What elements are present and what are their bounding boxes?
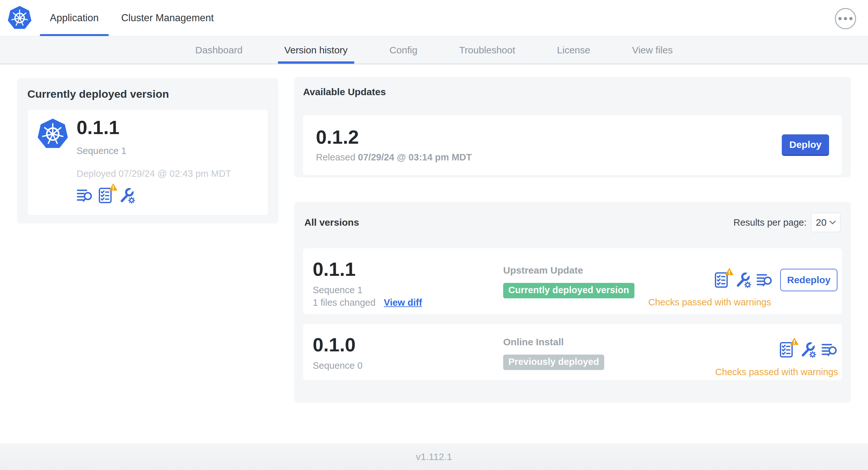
kubernetes-app-icon [37, 118, 69, 150]
deployment-status-badge: Previously deployed [503, 355, 604, 370]
currently-deployed-card: Currently deployed version 0.1.1 Sequenc… [17, 78, 279, 224]
version-source-label: Online Install [503, 337, 604, 347]
tab-application-label: Application [50, 12, 99, 24]
chevron-down-icon [829, 221, 836, 225]
tab-cluster-management-label: Cluster Management [121, 12, 214, 24]
tab-view-files[interactable]: View files [626, 36, 679, 64]
version-row: 0.1.1 Sequence 1 1 files changedView dif… [303, 248, 842, 314]
available-update-row: 0.1.2 Released 07/29/24 @ 03:14 pm MDT D… [303, 115, 842, 175]
logs-icon[interactable] [756, 272, 772, 288]
update-version-number: 0.1.2 [316, 128, 472, 147]
all-versions-title: All versions [304, 217, 359, 228]
current-version-deployed-timestamp: Deployed 07/29/24 @ 02:43 pm MDT [76, 168, 231, 179]
ellipsis-icon [838, 17, 842, 20]
row-sequence: Sequence 0 [313, 360, 363, 371]
app-sub-nav: Dashboard Version history Config Trouble… [0, 36, 868, 64]
tab-cluster-management[interactable]: Cluster Management [111, 0, 224, 36]
tab-license[interactable]: License [551, 36, 596, 64]
warning-triangle-icon [109, 183, 118, 191]
deployment-status-badge: Currently deployed version [503, 283, 634, 298]
row-sequence: Sequence 1 [313, 285, 422, 296]
preflight-checks-warning-icon[interactable] [98, 188, 114, 203]
tab-application[interactable]: Application [40, 0, 109, 36]
top-nav: Application Cluster Management [0, 0, 868, 36]
version-source-label: Upstream Update [503, 265, 634, 276]
update-released-timestamp: Released 07/29/24 @ 03:14 pm MDT [316, 152, 472, 163]
app-tabs: Application Cluster Management [40, 0, 224, 36]
admin-console-page: Application Cluster Management Dashboard… [0, 0, 868, 470]
currently-deployed-title: Currently deployed version [27, 88, 268, 100]
checks-status-text[interactable]: Checks passed with warnings [648, 297, 771, 308]
view-diff-link[interactable]: View diff [384, 297, 422, 308]
logs-icon[interactable] [76, 188, 93, 203]
files-changed-label: 1 files changed [313, 297, 375, 308]
available-updates-title: Available Updates [303, 87, 842, 97]
checks-status-text[interactable]: Checks passed with warnings [715, 367, 838, 377]
preflight-checks-warning-icon[interactable] [714, 272, 730, 288]
currently-deployed-version-panel: 0.1.1 Sequence 1 Deployed 07/29/24 @ 02:… [27, 109, 268, 215]
current-version-number: 0.1.1 [76, 118, 231, 137]
logs-icon[interactable] [822, 342, 837, 358]
results-per-page-select[interactable]: 20 [811, 213, 841, 232]
warning-triangle-icon [725, 267, 734, 276]
version-row: 0.1.0 Sequence 0 Online Install Previous… [303, 324, 842, 380]
overflow-menu-button[interactable] [835, 8, 856, 29]
preflight-checks-warning-icon[interactable] [779, 342, 795, 358]
tab-config[interactable]: Config [383, 36, 424, 64]
results-per-page-label: Results per page: [734, 217, 807, 228]
redeploy-button[interactable]: Redeploy [780, 269, 837, 291]
row-version-number: 0.1.1 [313, 260, 422, 279]
config-icon[interactable] [119, 188, 135, 203]
config-icon[interactable] [735, 272, 751, 288]
row-version-number: 0.1.0 [313, 335, 363, 355]
available-updates-card: Available Updates 0.1.2 Released 07/29/2… [294, 77, 851, 177]
all-versions-card: All versions Results per page: 20 0.1.1 … [294, 202, 851, 403]
console-version-label: v1.112.1 [416, 451, 452, 462]
warning-triangle-icon [790, 337, 799, 345]
current-version-sequence: Sequence 1 [76, 146, 231, 156]
footer: v1.112.1 [0, 443, 868, 470]
kubernetes-logo-icon [7, 5, 32, 31]
tab-version-history[interactable]: Version history [278, 36, 354, 64]
tab-dashboard[interactable]: Dashboard [189, 36, 249, 64]
tab-troubleshoot[interactable]: Troubleshoot [453, 36, 522, 64]
deploy-button[interactable]: Deploy [782, 134, 829, 156]
config-icon[interactable] [800, 342, 816, 358]
